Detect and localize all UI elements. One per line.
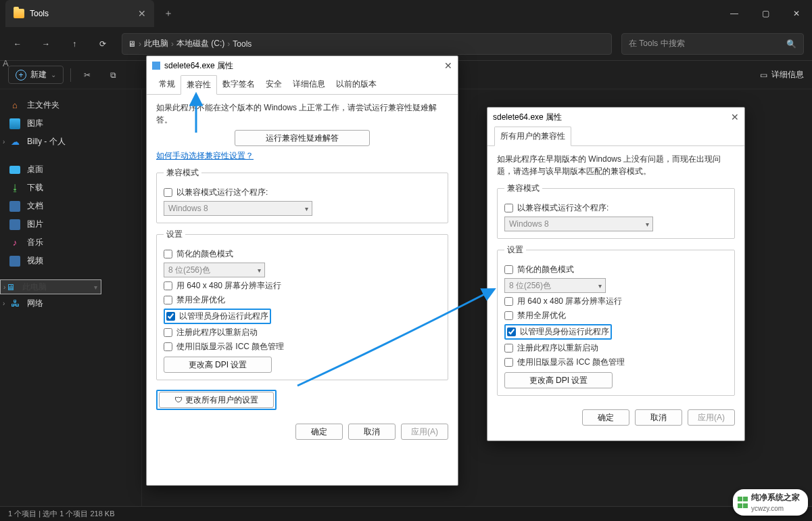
compat-mode-group: 兼容模式 以兼容模式运行这个程序: Windows 8 (156, 167, 448, 223)
sidebar-item-downloads[interactable]: ⭳下载 (0, 179, 141, 197)
close-icon[interactable]: ✕ (444, 60, 452, 71)
address-bar[interactable]: 🖥 › 此电脑 › 本地磁盘 (C:) › Tools (122, 33, 612, 55)
admin-highlight: 以管理员身份运行此程序 (504, 324, 612, 340)
forward-button[interactable]: → (37, 35, 55, 53)
window-tab[interactable]: Tools ✕ (5, 0, 154, 27)
sidebar-item-desktop[interactable]: 桌面 (0, 160, 141, 179)
cloud-icon: ☁ (9, 137, 20, 148)
manual-settings-link[interactable]: 如何手动选择兼容性设置？ (156, 151, 254, 160)
sidebar-item-onedrive[interactable]: ›☁Billy - 个人 (0, 133, 141, 151)
status-bar: 1 个项目 | 选中 1 个项目 218 KB (0, 506, 812, 521)
sidebar-item-thispc[interactable]: ›🖥此电脑 (0, 279, 101, 294)
intro-text: 如果此程序不能在这个版本的 Windows 上正常工作，请尝试运行兼容性疑难解答… (156, 101, 448, 126)
sidebar-item-gallery[interactable]: 图库 (0, 114, 141, 133)
new-tab-button[interactable]: ＋ (164, 7, 173, 20)
compat-os-select[interactable]: Windows 8 (164, 201, 312, 216)
register-restart-checkbox[interactable]: 注册此程序以重新启动 (504, 342, 727, 354)
run-as-admin-checkbox[interactable]: 以管理员身份运行此程序 (166, 311, 268, 322)
chevron-right-icon[interactable]: › (3, 300, 5, 307)
tab-strip: 常规 兼容性 数字签名 安全 详细信息 以前的版本 (147, 75, 458, 95)
new-button[interactable]: + 新建 ⌄ (8, 66, 64, 84)
sidebar-item-videos[interactable]: 视频 (0, 252, 141, 270)
sidebar-item-music[interactable]: ♪音乐 (0, 233, 141, 252)
all-users-settings-button[interactable]: 🛡 更改所有用户的设置 (159, 392, 274, 408)
tab-all-users-compat[interactable]: 所有用户的兼容性 (494, 127, 571, 146)
search-placeholder: 在 Tools 中搜索 (629, 38, 685, 49)
monitor-icon: 🖥 (128, 39, 136, 49)
reduced-color-checkbox[interactable]: 简化的颜色模式 (164, 248, 441, 260)
cut-button[interactable]: ✂ (78, 66, 97, 85)
folder-icon (14, 9, 24, 18)
cancel-button[interactable]: 取消 (348, 424, 396, 440)
pc-icon: 🖥 (5, 281, 16, 292)
compat-mode-checkbox[interactable]: 以兼容模式运行这个程序: (504, 202, 727, 214)
details-button[interactable]: 详细信息 (771, 69, 804, 81)
legacy-icc-checkbox[interactable]: 使用旧版显示器 ICC 颜色管理 (164, 341, 441, 353)
tab-security[interactable]: 安全 (260, 75, 287, 94)
close-tab-icon[interactable]: ✕ (138, 8, 146, 19)
cancel-button[interactable]: 取消 (635, 409, 682, 426)
compat-os-select[interactable]: Windows 8 (504, 217, 653, 231)
sidebar-item-home[interactable]: ⌂主文件夹 (0, 96, 141, 114)
obscured-text: A (3, 58, 9, 68)
maximize-button[interactable]: ▢ (750, 0, 781, 27)
up-button[interactable]: ↑ (65, 35, 84, 53)
breadcrumb-drive[interactable]: 本地磁盘 (C:) (176, 38, 224, 49)
breadcrumb-folder[interactable]: Tools (233, 39, 252, 49)
breadcrumb-root[interactable]: 此电脑 (144, 38, 168, 49)
copy-button[interactable]: ⧉ (103, 66, 122, 85)
search-input[interactable]: 在 Tools 中搜索 🔍 (621, 33, 804, 55)
apply-button[interactable]: 应用(A) (401, 424, 448, 440)
sidebar-item-pictures[interactable]: 图片 (0, 215, 141, 233)
compat-mode-checkbox[interactable]: 以兼容模式运行这个程序: (164, 187, 441, 198)
apply-button[interactable]: 应用(A) (688, 409, 735, 426)
tab-details[interactable]: 详细信息 (287, 75, 331, 94)
run-as-admin-checkbox[interactable]: 以管理员身份运行此程序 (507, 326, 609, 338)
watermark-logo-icon (737, 496, 747, 509)
tab-digital-signatures[interactable]: 数字签名 (217, 75, 260, 94)
shield-icon: 🛡 (174, 395, 183, 405)
dialog-titlebar[interactable]: sdelete64.exe 属性 ✕ (487, 108, 744, 127)
chevron-right-icon[interactable]: › (3, 138, 5, 145)
close-icon[interactable]: ✕ (731, 112, 739, 122)
disable-fullscreen-checkbox[interactable]: 禁用全屏优化 (504, 310, 727, 321)
refresh-button[interactable]: ⟳ (93, 35, 112, 53)
tab-compatibility[interactable]: 兼容性 (181, 75, 217, 95)
high-dpi-button[interactable]: 更改高 DPI 设置 (504, 372, 613, 388)
sidebar-item-documents[interactable]: 文档 (0, 197, 141, 215)
video-icon (9, 256, 20, 267)
sidebar-item-network[interactable]: ›🖧网络 (0, 294, 141, 313)
intro-text: 如果此程序在早期版本的 Windows 上没有问题，而现在出现问题，请选择与该早… (497, 153, 735, 177)
dialog-title: sdelete64.exe 属性 (164, 60, 233, 72)
dialog-titlebar[interactable]: sdelete64.exe 属性 ✕ (147, 56, 458, 75)
tab-general[interactable]: 常规 (153, 75, 181, 94)
ok-button[interactable]: 确定 (582, 409, 629, 426)
color-depth-select[interactable]: 8 位(256)色 (504, 278, 606, 293)
music-icon: ♪ (9, 237, 20, 248)
chevron-right-icon[interactable]: › (3, 284, 5, 291)
high-dpi-button[interactable]: 更改高 DPI 设置 (164, 357, 272, 373)
disable-fullscreen-checkbox[interactable]: 禁用全屏优化 (164, 294, 441, 306)
color-depth-select[interactable]: 8 位(256)色 (164, 263, 265, 277)
home-icon: ⌂ (9, 100, 20, 111)
ok-button[interactable]: 确定 (295, 424, 343, 440)
properties-dialog: sdelete64.exe 属性 ✕ 常规 兼容性 数字签名 安全 详细信息 以… (146, 55, 458, 486)
register-restart-checkbox[interactable]: 注册此程序以重新启动 (164, 327, 441, 338)
close-window-button[interactable]: ✕ (781, 0, 812, 27)
settings-group: 设置 简化的颜色模式 8 位(256)色 用 640 x 480 屏幕分辨率运行… (156, 229, 448, 380)
navigation-sidebar: ⌂主文件夹 图库 ›☁Billy - 个人 桌面 ⭳下载 文档 图片 ♪音乐 视… (0, 89, 142, 506)
chevron-down-icon: ⌄ (51, 71, 56, 78)
compat-mode-group: 兼容模式 以兼容模式运行这个程序: Windows 8 (497, 183, 735, 239)
all-users-dialog: sdelete64.exe 属性 ✕ 所有用户的兼容性 如果此程序在早期版本的 … (487, 107, 745, 441)
back-button[interactable]: ← (8, 35, 27, 53)
reduced-color-checkbox[interactable]: 简化的颜色模式 (504, 264, 727, 275)
search-icon: 🔍 (786, 39, 796, 49)
legacy-icc-checkbox[interactable]: 使用旧版显示器 ICC 颜色管理 (504, 357, 727, 368)
tab-title: Tools (30, 9, 49, 18)
lowres-checkbox[interactable]: 用 640 x 480 屏幕分辨率运行 (164, 280, 441, 292)
lowres-checkbox[interactable]: 用 640 x 480 屏幕分辨率运行 (504, 296, 727, 307)
tab-previous-versions[interactable]: 以前的版本 (331, 75, 382, 94)
document-icon (9, 201, 20, 212)
troubleshoot-button[interactable]: 运行兼容性疑难解答 (235, 130, 370, 146)
minimize-button[interactable]: — (719, 0, 750, 27)
